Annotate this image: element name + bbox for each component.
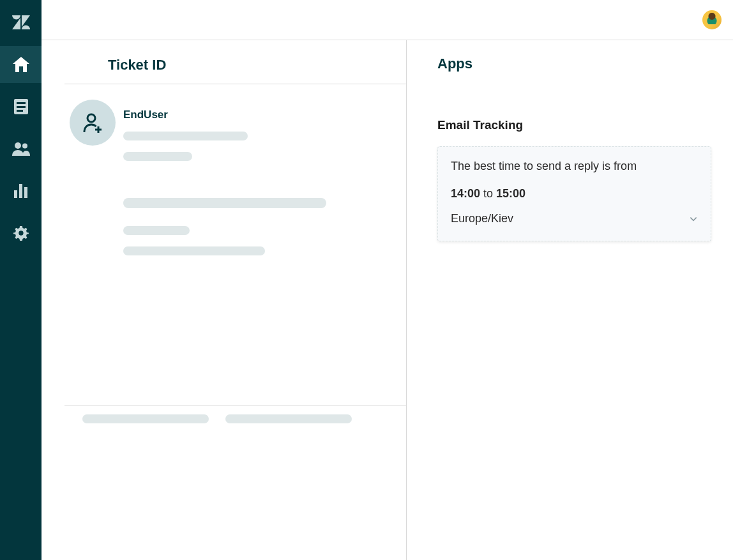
svg-point-3 (22, 144, 27, 149)
home-icon (13, 57, 29, 72)
sidebar (0, 0, 42, 560)
chart-icon (14, 184, 28, 198)
person-add-icon (81, 111, 104, 134)
skeleton-line (82, 414, 209, 423)
nav-reporting[interactable] (0, 172, 42, 209)
timezone-select[interactable]: Europe/Kiev (451, 212, 698, 225)
ticket-footer (64, 405, 406, 435)
gear-icon (13, 225, 29, 241)
ticket-header: Ticket ID (64, 52, 406, 84)
time-to: 15:00 (496, 187, 525, 200)
skeleton-line (123, 132, 248, 140)
time-joiner: to (483, 187, 493, 200)
chevron-down-icon (689, 215, 698, 223)
timezone-value: Europe/Kiev (451, 212, 513, 225)
time-from: 14:00 (451, 187, 480, 200)
app-name: Email Tracking (437, 118, 711, 132)
requester-avatar[interactable] (70, 100, 116, 146)
nav-admin[interactable] (0, 215, 42, 252)
svg-rect-6 (24, 187, 27, 198)
svg-point-2 (15, 142, 21, 149)
list-icon (14, 99, 28, 114)
user-avatar[interactable] (702, 10, 722, 29)
zendesk-logo[interactable] (0, 6, 42, 38)
people-icon (12, 142, 30, 156)
skeleton-line (123, 152, 192, 161)
skeleton-line (123, 226, 190, 235)
svg-rect-4 (14, 190, 17, 198)
nav-views[interactable] (0, 88, 42, 125)
skeleton-line (123, 246, 265, 255)
topbar (42, 0, 733, 40)
ticket-pane: Ticket ID EndUser (42, 40, 407, 560)
requester-name: EndUser (123, 109, 248, 121)
skeleton-line (123, 198, 326, 208)
nav-customers[interactable] (0, 130, 42, 167)
best-time-range: 14:00 to 15:00 (451, 187, 698, 201)
apps-panel-title: Apps (437, 56, 711, 72)
svg-rect-5 (19, 184, 22, 198)
nav-home[interactable] (0, 46, 42, 83)
skeleton-line (225, 414, 352, 423)
best-time-lead: The best time to send a reply is from (451, 160, 698, 173)
email-tracking-card: The best time to send a reply is from 14… (437, 146, 711, 241)
apps-pane: Apps Email Tracking The best time to sen… (407, 40, 733, 560)
ticket-title: Ticket ID (108, 57, 406, 73)
svg-point-7 (87, 114, 95, 122)
